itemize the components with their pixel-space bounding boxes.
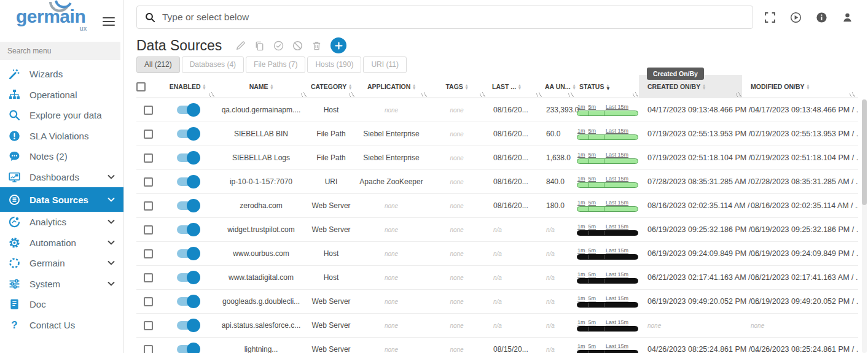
enabled-toggle[interactable] — [177, 345, 198, 353]
row-checkbox[interactable] — [144, 201, 153, 211]
tab-file-paths-7[interactable]: File Paths (7) — [246, 56, 305, 73]
cell-text: 04/17/2023 09:13:48.466 PM / ... — [751, 106, 858, 114]
column-header-status[interactable]: STATUS▴▾ — [574, 75, 639, 98]
resize-handle-icon[interactable] — [421, 92, 427, 97]
resize-handle-icon[interactable] — [536, 92, 542, 97]
status-sparkline[interactable]: 1m5mLast 15m — [577, 271, 638, 284]
status-legend-label: 1m — [577, 152, 585, 158]
sidebar-search-input[interactable] — [0, 42, 120, 60]
info-icon[interactable] — [816, 12, 827, 23]
status-sparkline[interactable]: 1m5mLast 15m — [577, 343, 638, 353]
sidebar-item-automation[interactable]: Automation — [0, 233, 123, 254]
select-all-checkbox[interactable] — [136, 82, 146, 91]
sidebar-item-germain[interactable]: Germain — [0, 253, 123, 274]
enabled-toggle[interactable] — [177, 153, 198, 162]
cell-text: 07/19/2023 02:55:13.953 PM / ... — [751, 130, 858, 138]
column-header-tags[interactable]: TAGS▴▾ — [428, 75, 486, 98]
status-sparkline[interactable]: 1m5mLast 15m — [577, 295, 638, 308]
category-cell: Web Server — [307, 218, 355, 241]
sidebar-item-contact-us[interactable]: ?Contact Us — [0, 315, 123, 336]
row-checkbox[interactable] — [144, 225, 153, 235]
fullscreen-icon[interactable] — [764, 12, 776, 23]
resize-handle-icon[interactable] — [209, 92, 214, 97]
resize-handle-icon[interactable] — [850, 92, 855, 97]
tab-uri-11[interactable]: URI (11) — [363, 56, 406, 73]
status-sparkline[interactable]: 1m5mLast 15m — [577, 223, 638, 236]
column-header-application[interactable]: APPLICATION▴▾ — [355, 75, 428, 98]
global-search-input[interactable] — [162, 12, 745, 23]
row-checkbox[interactable] — [144, 106, 153, 115]
sidebar-item-data-sources[interactable]: Data Sources — [0, 187, 123, 212]
column-header-name[interactable]: NAME▴▾ — [215, 75, 307, 98]
add-button[interactable] — [330, 37, 346, 53]
table-scrollbar[interactable] — [862, 99, 867, 353]
copy-icon[interactable] — [254, 41, 265, 51]
resize-handle-icon[interactable] — [301, 92, 307, 97]
category-cell: URI — [307, 170, 355, 193]
row-checkbox[interactable] — [144, 130, 153, 139]
delete-icon[interactable] — [311, 41, 322, 51]
enabled-toggle[interactable] — [177, 225, 198, 234]
row-checkbox[interactable] — [144, 345, 153, 353]
resize-handle-icon[interactable] — [633, 92, 638, 97]
cell-text: none — [385, 250, 398, 257]
tab-hosts-190[interactable]: Hosts (190) — [307, 56, 361, 73]
tab-all-212[interactable]: All (212) — [136, 56, 180, 73]
enabled-toggle[interactable] — [177, 130, 198, 138]
sidebar-item-wizards[interactable]: Wizards — [0, 64, 123, 85]
sidebar-item-analytics[interactable]: Analytics — [0, 212, 123, 233]
resize-handle-icon[interactable] — [736, 92, 741, 97]
status-sparkline[interactable]: 1m5mLast 15m — [577, 319, 638, 332]
edit-icon[interactable] — [235, 41, 246, 51]
scrollbar-thumb[interactable] — [862, 99, 867, 205]
status-bar-up — [577, 158, 638, 164]
row-checkbox[interactable] — [144, 249, 153, 258]
status-sparkline[interactable]: 1m5mLast 15m — [577, 200, 638, 212]
enabled-toggle[interactable] — [177, 177, 198, 186]
approve-icon[interactable] — [273, 41, 284, 51]
sidebar-item-system[interactable]: System — [0, 274, 123, 295]
row-checkbox[interactable] — [144, 177, 153, 187]
row-checkbox[interactable] — [144, 153, 153, 163]
enabled-toggle[interactable] — [177, 321, 198, 330]
logo[interactable]: germain ux — [16, 6, 85, 27]
enabled-toggle[interactable] — [177, 297, 198, 306]
row-checkbox[interactable] — [144, 297, 153, 306]
column-header-last[interactable]: LAST ...▴▾ — [486, 75, 542, 98]
enabled-toggle[interactable] — [177, 249, 198, 258]
resize-handle-icon[interactable] — [568, 92, 574, 97]
table-row: lightning...Web Servernonenone08/15/20..… — [136, 338, 858, 353]
cell-text: 840.0 — [546, 177, 565, 186]
status-legend-label: 1m — [577, 200, 585, 206]
sidebar-item-doc[interactable]: Doc — [0, 294, 123, 315]
global-search[interactable] — [136, 6, 753, 29]
tab-databases-4[interactable]: Databases (4) — [182, 56, 244, 73]
status-sparkline[interactable]: 1m5mLast 15m — [577, 176, 638, 188]
hamburger-icon[interactable] — [103, 15, 115, 28]
status-sparkline[interactable]: 1m5mLast 15m — [577, 152, 638, 164]
enabled-toggle[interactable] — [177, 106, 198, 114]
play-icon[interactable] — [790, 12, 802, 23]
application-cell: Apache ZooKeeper — [355, 170, 428, 193]
user-icon[interactable] — [842, 12, 853, 23]
sidebar-item-sla-violations[interactable]: SLA Violations — [0, 126, 123, 147]
disable-icon[interactable] — [292, 41, 303, 51]
column-label: CREATED ON/BY — [647, 83, 700, 90]
row-checkbox[interactable] — [144, 321, 153, 330]
status-sparkline[interactable]: 1m5mLast 15m — [577, 247, 638, 260]
sidebar-item-explore-your-data[interactable]: Explore your data — [0, 105, 123, 126]
column-header-aa[interactable]: AA UN...▴▾ — [542, 75, 574, 98]
column-header-category[interactable]: CATEGORY▴▾ — [307, 75, 355, 98]
sidebar-item-operational[interactable]: Operational — [0, 85, 123, 106]
status-sparkline[interactable]: 1m5mLast 15m — [577, 104, 638, 116]
column-header-modified[interactable]: MODIFIED ON/BY▴▾ — [742, 75, 856, 98]
resize-handle-icon[interactable] — [480, 92, 485, 97]
row-checkbox[interactable] — [144, 273, 153, 282]
resize-handle-icon[interactable] — [349, 92, 354, 97]
sidebar-item-notes-2[interactable]: Notes (2) — [0, 146, 123, 167]
enabled-toggle[interactable] — [177, 273, 198, 282]
status-sparkline[interactable]: 1m5mLast 15m — [577, 128, 638, 140]
enabled-toggle[interactable] — [177, 201, 198, 210]
column-header-enabled[interactable]: ENABLED▴▾ — [160, 75, 215, 98]
sidebar-item-dashboards[interactable]: Dashboards — [0, 167, 123, 188]
